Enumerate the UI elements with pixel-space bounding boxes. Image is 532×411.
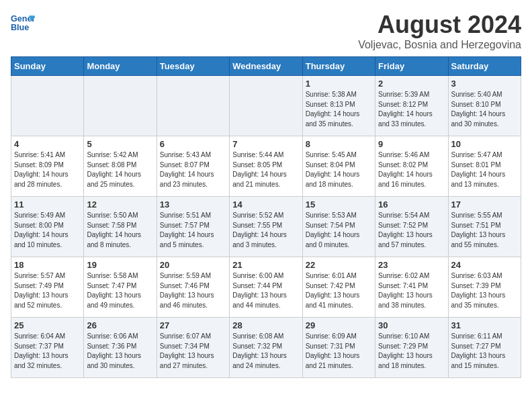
week-row-4: 18Sunrise: 5:57 AM Sunset: 7:49 PM Dayli… [11,257,521,318]
svg-text:Blue: Blue [11,23,29,32]
day-info: Sunrise: 5:44 AM Sunset: 8:05 PM Dayligh… [232,150,299,189]
day-info: Sunrise: 5:57 AM Sunset: 7:49 PM Dayligh… [14,271,81,310]
day-info: Sunrise: 5:50 AM Sunset: 7:58 PM Dayligh… [87,211,153,250]
day-number: 7 [232,139,299,149]
day-number: 18 [14,260,81,270]
calendar-cell [84,76,157,136]
calendar-cell: 10Sunrise: 5:47 AM Sunset: 8:01 PM Dayli… [448,136,521,197]
day-info: Sunrise: 5:49 AM Sunset: 8:00 PM Dayligh… [14,211,81,250]
calendar-cell: 8Sunrise: 5:45 AM Sunset: 8:04 PM Daylig… [302,136,375,197]
day-info: Sunrise: 5:45 AM Sunset: 8:04 PM Dayligh… [306,150,372,189]
calendar-cell: 20Sunrise: 5:59 AM Sunset: 7:46 PM Dayli… [157,257,229,318]
calendar-cell: 18Sunrise: 5:57 AM Sunset: 7:49 PM Dayli… [11,257,84,318]
day-number: 17 [451,199,518,210]
calendar-cell: 7Sunrise: 5:44 AM Sunset: 8:05 PM Daylig… [230,136,302,197]
day-number: 23 [378,260,445,270]
day-number: 24 [451,260,518,270]
day-info: Sunrise: 5:53 AM Sunset: 7:54 PM Dayligh… [306,211,372,250]
day-info: Sunrise: 5:41 AM Sunset: 8:09 PM Dayligh… [14,150,81,189]
day-info: Sunrise: 6:07 AM Sunset: 7:34 PM Dayligh… [160,332,226,371]
day-info: Sunrise: 6:06 AM Sunset: 7:36 PM Dayligh… [87,332,153,371]
day-number: 13 [160,199,226,210]
calendar-cell: 5Sunrise: 5:42 AM Sunset: 8:08 PM Daylig… [84,136,157,197]
calendar-cell: 26Sunrise: 6:06 AM Sunset: 7:36 PM Dayli… [84,318,157,378]
day-info: Sunrise: 6:01 AM Sunset: 7:42 PM Dayligh… [306,271,372,310]
header: General Blue August 2024 Voljevac, Bosni… [11,11,521,51]
day-info: Sunrise: 5:51 AM Sunset: 7:57 PM Dayligh… [160,211,226,250]
week-row-5: 25Sunrise: 6:04 AM Sunset: 7:37 PM Dayli… [11,318,521,378]
calendar-body: 1Sunrise: 5:38 AM Sunset: 8:13 PM Daylig… [11,76,521,378]
day-number: 12 [87,199,153,210]
day-info: Sunrise: 6:10 AM Sunset: 7:29 PM Dayligh… [378,332,445,371]
day-number: 4 [14,139,81,149]
day-number: 9 [378,139,445,149]
main-title: August 2024 [358,11,521,39]
day-info: Sunrise: 5:39 AM Sunset: 8:12 PM Dayligh… [378,90,445,129]
day-info: Sunrise: 5:54 AM Sunset: 7:52 PM Dayligh… [378,211,445,250]
calendar-cell: 21Sunrise: 6:00 AM Sunset: 7:44 PM Dayli… [230,257,302,318]
header-day-tuesday: Tuesday [157,57,229,76]
header-day-wednesday: Wednesday [230,57,302,76]
header-day-saturday: Saturday [448,57,521,76]
day-info: Sunrise: 5:55 AM Sunset: 7:51 PM Dayligh… [451,211,518,250]
calendar-cell: 27Sunrise: 6:07 AM Sunset: 7:34 PM Dayli… [157,318,229,378]
calendar-cell [11,76,84,136]
calendar-cell [157,76,229,136]
calendar-header: SundayMondayTuesdayWednesdayThursdayFrid… [11,57,521,76]
calendar-cell: 22Sunrise: 6:01 AM Sunset: 7:42 PM Dayli… [302,257,375,318]
calendar-cell: 24Sunrise: 6:03 AM Sunset: 7:39 PM Dayli… [448,257,521,318]
day-number: 3 [451,79,518,89]
calendar-cell: 29Sunrise: 6:09 AM Sunset: 7:31 PM Dayli… [302,318,375,378]
day-number: 28 [232,320,299,330]
calendar-cell: 4Sunrise: 5:41 AM Sunset: 8:09 PM Daylig… [11,136,84,197]
calendar-cell: 2Sunrise: 5:39 AM Sunset: 8:12 PM Daylig… [375,76,448,136]
day-info: Sunrise: 6:11 AM Sunset: 7:27 PM Dayligh… [451,332,518,371]
header-day-sunday: Sunday [11,57,84,76]
calendar-cell: 13Sunrise: 5:51 AM Sunset: 7:57 PM Dayli… [157,197,229,257]
calendar-cell: 31Sunrise: 6:11 AM Sunset: 7:27 PM Dayli… [448,318,521,378]
calendar-cell: 15Sunrise: 5:53 AM Sunset: 7:54 PM Dayli… [302,197,375,257]
day-number: 30 [378,320,445,330]
day-info: Sunrise: 5:58 AM Sunset: 7:47 PM Dayligh… [87,271,153,310]
day-number: 1 [306,79,372,89]
day-info: Sunrise: 5:59 AM Sunset: 7:46 PM Dayligh… [160,271,226,310]
day-number: 27 [160,320,226,330]
day-info: Sunrise: 5:38 AM Sunset: 8:13 PM Dayligh… [306,90,372,129]
day-number: 25 [14,320,81,330]
day-number: 16 [378,199,445,210]
day-number: 19 [87,260,153,270]
calendar-cell: 6Sunrise: 5:43 AM Sunset: 8:07 PM Daylig… [157,136,229,197]
day-number: 14 [232,199,299,210]
header-day-monday: Monday [84,57,157,76]
day-number: 31 [451,320,518,330]
day-info: Sunrise: 5:52 AM Sunset: 7:55 PM Dayligh… [232,211,299,250]
day-info: Sunrise: 6:08 AM Sunset: 7:32 PM Dayligh… [232,332,299,371]
day-info: Sunrise: 6:09 AM Sunset: 7:31 PM Dayligh… [306,332,372,371]
header-row: SundayMondayTuesdayWednesdayThursdayFrid… [11,57,521,76]
day-number: 15 [306,199,372,210]
title-area: August 2024 Voljevac, Bosnia and Herzego… [358,11,521,51]
day-number: 22 [306,260,372,270]
calendar-cell: 12Sunrise: 5:50 AM Sunset: 7:58 PM Dayli… [84,197,157,257]
day-number: 10 [451,139,518,149]
day-info: Sunrise: 5:47 AM Sunset: 8:01 PM Dayligh… [451,150,518,189]
day-number: 2 [378,79,445,89]
header-day-thursday: Thursday [302,57,375,76]
week-row-1: 1Sunrise: 5:38 AM Sunset: 8:13 PM Daylig… [11,76,521,136]
header-day-friday: Friday [375,57,448,76]
logo-icon: General Blue [11,11,35,35]
logo: General Blue [11,11,35,35]
day-info: Sunrise: 5:43 AM Sunset: 8:07 PM Dayligh… [160,150,226,189]
calendar-cell: 30Sunrise: 6:10 AM Sunset: 7:29 PM Dayli… [375,318,448,378]
day-number: 5 [87,139,153,149]
day-number: 26 [87,320,153,330]
calendar-table: SundayMondayTuesdayWednesdayThursdayFrid… [11,56,521,378]
day-number: 6 [160,139,226,149]
calendar-cell: 19Sunrise: 5:58 AM Sunset: 7:47 PM Dayli… [84,257,157,318]
calendar-cell [230,76,302,136]
day-number: 29 [306,320,372,330]
day-info: Sunrise: 6:00 AM Sunset: 7:44 PM Dayligh… [232,271,299,310]
week-row-2: 4Sunrise: 5:41 AM Sunset: 8:09 PM Daylig… [11,136,521,197]
calendar-cell: 9Sunrise: 5:46 AM Sunset: 8:02 PM Daylig… [375,136,448,197]
calendar-cell: 28Sunrise: 6:08 AM Sunset: 7:32 PM Dayli… [230,318,302,378]
